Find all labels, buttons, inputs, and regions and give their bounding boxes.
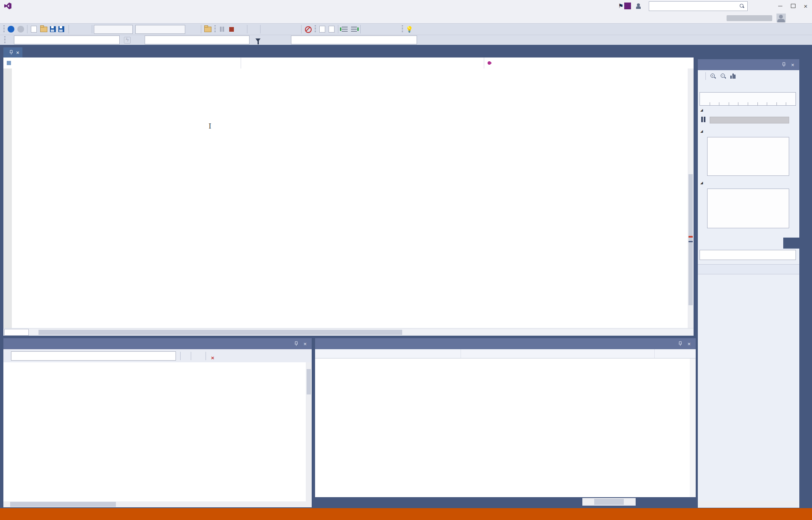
pin-icon[interactable]	[782, 62, 786, 67]
navigate-back-button[interactable]	[6, 25, 16, 34]
restore-button[interactable]	[787, 1, 799, 11]
nav-scope-combo[interactable]	[241, 57, 484, 68]
previous-bookmark-button[interactable]	[372, 25, 381, 34]
scrollbar-thumb[interactable]	[689, 174, 693, 305]
close-icon[interactable]: ×	[687, 341, 691, 347]
solution-configuration-combo[interactable]	[94, 25, 133, 34]
locals-vertical-scrollbar[interactable]	[690, 359, 696, 497]
pin-icon[interactable]	[294, 341, 298, 346]
locals-window: ×	[315, 338, 696, 497]
zoom-in-icon[interactable]: +	[710, 73, 716, 79]
toolbar-drag-handle[interactable]	[214, 25, 216, 33]
user-avatar[interactable]	[776, 14, 786, 22]
scrollbar-thumb[interactable]	[10, 502, 116, 507]
close-icon[interactable]: ×	[791, 62, 794, 68]
search-icon	[740, 4, 744, 8]
output-text-area[interactable]	[3, 362, 306, 501]
undo-button[interactable]	[71, 25, 80, 34]
column-header-type[interactable]	[655, 349, 696, 358]
editor-zoom-combo[interactable]	[4, 329, 29, 336]
new-file-button[interactable]	[29, 25, 38, 34]
unflag-threads-icon[interactable]	[274, 36, 283, 45]
quick-launch-box[interactable]	[649, 1, 748, 11]
process-combo[interactable]	[14, 36, 120, 44]
diagnostics-timeline[interactable]	[700, 92, 796, 106]
events-table-header[interactable]	[698, 264, 799, 274]
pin-icon[interactable]	[9, 50, 13, 55]
locals-grid-header[interactable]	[315, 349, 696, 359]
feedback-person-icon[interactable]	[636, 3, 643, 9]
breakpoint-margin[interactable]	[3, 68, 12, 328]
flag-threads-icon[interactable]	[265, 36, 274, 45]
find-in-files-icon[interactable]	[203, 25, 212, 34]
tab-scroll-nav[interactable]	[783, 238, 799, 249]
locals-title-bar[interactable]: ×	[315, 338, 696, 349]
pause-button[interactable]	[217, 25, 227, 34]
close-button[interactable]: ×	[799, 1, 812, 11]
close-icon[interactable]: ×	[303, 341, 307, 347]
chart-reset-icon[interactable]	[730, 74, 735, 79]
step-over-button[interactable]	[281, 25, 290, 34]
code-editor[interactable]	[3, 68, 694, 328]
scrollbar-thumb[interactable]	[38, 330, 402, 335]
notifications-flag-icon[interactable]: ⚑	[618, 3, 623, 9]
filter-funnel-icon[interactable]	[255, 38, 261, 42]
save-all-button[interactable]	[58, 25, 67, 34]
zoom-out-icon[interactable]: −	[720, 73, 726, 79]
continue-button[interactable]	[189, 25, 199, 34]
stack-frame-combo[interactable]	[291, 36, 417, 44]
locals-horizontal-scrollbar[interactable]	[582, 498, 636, 506]
scrollbar-thumb[interactable]	[307, 369, 311, 394]
clear-bookmarks-button[interactable]	[390, 25, 400, 34]
cpu-section-header[interactable]	[700, 179, 705, 185]
stop-debugging-button[interactable]	[227, 25, 236, 34]
show-next-statement-button[interactable]	[249, 25, 258, 34]
editor-vertical-scrollbar[interactable]	[688, 68, 694, 328]
restart-button[interactable]	[236, 25, 245, 34]
events-section-header[interactable]	[700, 107, 705, 112]
event-search-input[interactable]	[700, 250, 796, 260]
solution-platform-combo[interactable]	[135, 25, 185, 34]
column-header-name[interactable]	[315, 349, 461, 358]
thread-combo[interactable]	[145, 36, 250, 44]
output-title-bar[interactable]: ×	[3, 338, 312, 349]
save-button[interactable]	[48, 25, 58, 34]
memory-section-header[interactable]	[700, 128, 705, 134]
output-horizontal-scrollbar[interactable]	[3, 501, 312, 507]
quick-launch-input[interactable]	[649, 3, 740, 9]
indent-button[interactable]	[349, 25, 359, 34]
notification-count-badge[interactable]	[624, 3, 631, 9]
next-bookmark-button[interactable]	[381, 25, 390, 34]
run-to-cursor-button[interactable]	[262, 25, 272, 34]
toolbar-drag-handle[interactable]	[4, 36, 5, 44]
tab-close-icon[interactable]: ×	[16, 49, 19, 56]
navigate-backward-doc-icon[interactable]	[318, 25, 327, 34]
editor-horizontal-scrollbar[interactable]	[35, 329, 687, 335]
nav-member-combo[interactable]	[484, 57, 694, 68]
pin-icon[interactable]	[678, 341, 682, 346]
scroll-up-icon[interactable]	[688, 68, 694, 74]
navigate-forward-doc-icon[interactable]	[327, 25, 336, 34]
redo-button[interactable]	[80, 25, 90, 34]
output-source-combo[interactable]	[11, 351, 176, 361]
step-into-button[interactable]	[272, 25, 281, 34]
event-search-box[interactable]	[700, 250, 796, 260]
document-tab[interactable]: ×	[3, 47, 22, 57]
open-file-button[interactable]	[39, 25, 48, 34]
navigate-forward-button[interactable]	[16, 25, 25, 34]
output-vertical-scrollbar[interactable]	[306, 362, 312, 501]
nav-project-combo[interactable]	[3, 57, 241, 68]
toolbar-drag-handle[interactable]	[315, 25, 316, 33]
column-header-value[interactable]	[461, 349, 655, 358]
step-out-button[interactable]	[290, 25, 299, 34]
toolbar-drag-handle[interactable]	[3, 25, 5, 33]
outdent-button[interactable]	[340, 25, 349, 34]
scrollbar-thumb[interactable]	[594, 499, 624, 505]
toolbar-drag-handle[interactable]	[402, 25, 403, 33]
disable-breakpoints-icon[interactable]	[303, 25, 313, 34]
diagnostics-title-bar[interactable]: ×	[698, 59, 799, 70]
diagnostics-horizontal-scrollbar[interactable]	[698, 501, 799, 506]
minimize-button[interactable]	[774, 1, 787, 11]
scroll-down-icon[interactable]	[688, 322, 694, 328]
toggle-bookmark-button[interactable]	[362, 25, 372, 34]
